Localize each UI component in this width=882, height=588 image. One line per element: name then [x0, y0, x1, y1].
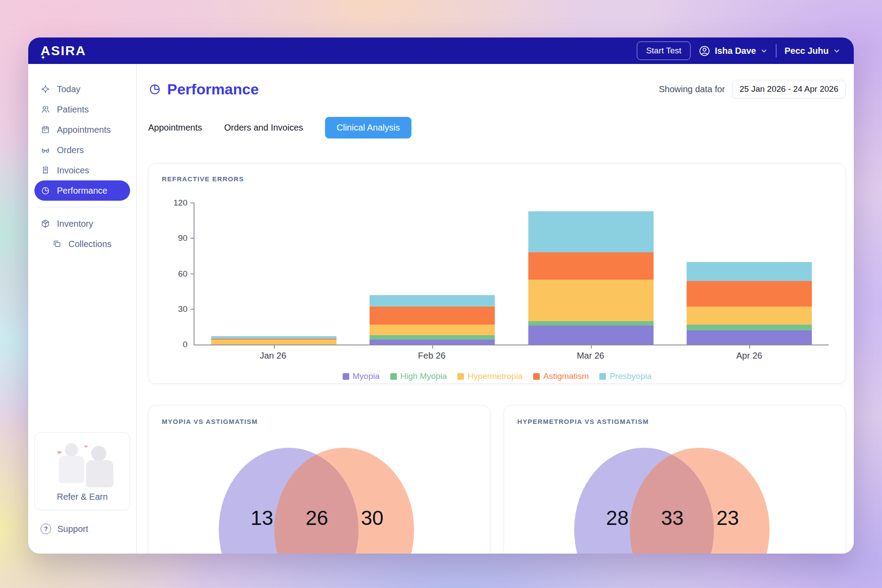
- sidebar-item-label: Today: [57, 84, 80, 94]
- bar-segment: [528, 211, 654, 253]
- x-axis-labels: Jan 26Feb 26Mar 26Apr 26: [194, 351, 829, 361]
- bar-segment: [528, 326, 654, 345]
- sidebar-item-patients[interactable]: Patients: [34, 99, 130, 120]
- bar-segment: [528, 321, 654, 326]
- sidebar-item-performance[interactable]: Performance: [34, 180, 130, 201]
- bar-plot: [194, 203, 829, 345]
- sparkle-icon: [41, 84, 50, 94]
- sidebar-item-support[interactable]: ? Support: [41, 524, 130, 534]
- tab-clinical-analysis[interactable]: Clinical Analysis: [325, 117, 411, 139]
- date-range-picker[interactable]: 25 Jan 2026 - 24 Apr 2026: [732, 80, 846, 98]
- sidebar-item-label: Inventory: [57, 219, 93, 229]
- stacked-bar: [528, 203, 654, 345]
- venn-diagram: 28 33 23: [504, 405, 845, 554]
- stacked-bar: [370, 203, 495, 345]
- bar-segment: [687, 262, 812, 281]
- bar-segment: [370, 325, 495, 335]
- receipt-icon: [41, 165, 50, 175]
- refractive-errors-card: REFRACTIVE ERRORS 0306090120 Jan 26Feb 2…: [148, 163, 846, 384]
- x-tick: [749, 345, 750, 348]
- tab-appointments[interactable]: Appointments: [148, 123, 202, 133]
- help-icon: ?: [41, 524, 51, 534]
- y-tick: [191, 238, 194, 239]
- refractive-errors-chart: 0306090120: [194, 203, 829, 345]
- location-name: Pecc Juhu: [785, 46, 829, 56]
- sidebar-item-orders[interactable]: Orders: [34, 140, 130, 160]
- bar-segment: [687, 330, 812, 345]
- venn-diagram: 13 26 30: [149, 405, 490, 554]
- chevron-down-icon: [833, 47, 841, 55]
- patients-icon: [41, 105, 50, 114]
- bar-segment: [528, 252, 654, 280]
- x-tick-label: Feb 26: [352, 351, 511, 361]
- user-menu[interactable]: Isha Dave: [699, 45, 768, 57]
- sidebar-item-inventory[interactable]: Inventory: [34, 213, 130, 234]
- legend-item: Myopia: [343, 371, 380, 381]
- pie-chart-icon: [148, 82, 161, 96]
- sidebar-item-collections[interactable]: Collections: [46, 234, 130, 254]
- venn-right-value: 23: [716, 506, 739, 530]
- legend-label: High Myopia: [400, 371, 447, 381]
- chart-legend: MyopiaHigh MyopiaHypermetropiaAstigmatis…: [162, 371, 832, 381]
- sidebar-item-label: Invoices: [57, 165, 89, 176]
- start-test-button[interactable]: Start Test: [637, 41, 691, 60]
- y-tick-label: 90: [178, 233, 187, 243]
- venn-card-myopia-astigmatism: MYOPIA VS ASTIGMATISM 13 26 30: [148, 405, 490, 554]
- showing-data-label: Showing data for: [659, 84, 725, 94]
- x-tick: [591, 345, 592, 348]
- x-tick-label: Mar 26: [511, 351, 670, 361]
- collections-icon: [52, 239, 62, 249]
- top-bar: ASIRA ✦ Start Test Isha Dave Pecc Juhu: [28, 37, 854, 64]
- legend-item: High Myopia: [390, 371, 447, 381]
- bar-segment: [370, 307, 495, 324]
- legend-item: Hypermetropia: [457, 371, 523, 381]
- y-tick-label: 120: [173, 198, 187, 208]
- bar-slot: [194, 203, 353, 345]
- legend-label: Presbyopia: [609, 371, 651, 381]
- tab-orders-invoices[interactable]: Orders and Invoices: [224, 123, 303, 133]
- stacked-bar: [687, 203, 812, 345]
- app-window: ASIRA ✦ Start Test Isha Dave Pecc Juhu: [28, 37, 854, 554]
- legend-swatch: [533, 373, 540, 380]
- bar-segment: [370, 335, 495, 340]
- legend-swatch: [599, 373, 606, 380]
- legend-swatch: [390, 373, 397, 380]
- legend-swatch: [343, 373, 349, 380]
- venn-overlap-value: 33: [661, 506, 684, 530]
- user-avatar-icon: [699, 45, 710, 57]
- sidebar-item-today[interactable]: Today: [34, 79, 130, 99]
- legend-item: Astigmatism: [533, 371, 589, 381]
- desktop-background: ASIRA ✦ Start Test Isha Dave Pecc Juhu: [0, 0, 882, 588]
- bar-segment: [528, 280, 654, 321]
- page-title: Performance: [148, 81, 259, 98]
- logo-star-icon: ✦: [41, 55, 46, 60]
- y-tick-label: 30: [178, 304, 187, 314]
- sidebar-divider: [37, 207, 127, 207]
- bar-slot: [512, 203, 670, 345]
- location-menu[interactable]: Pecc Juhu: [785, 46, 841, 56]
- box-icon: [41, 219, 50, 228]
- legend-label: Astigmatism: [543, 371, 589, 381]
- venn-card-hypermetropia-astigmatism: HYPERMETROPIA VS ASTIGMATISM 28 33 23: [504, 405, 846, 554]
- asira-logo: ASIRA ✦: [41, 44, 86, 57]
- bar-segment: [211, 340, 336, 345]
- brand-text: ASIRA: [41, 43, 86, 58]
- user-name: Isha Dave: [715, 46, 756, 56]
- x-tick: [432, 345, 433, 348]
- refer-earn-card[interactable]: ❤ ❤ Refer & Earn: [34, 432, 130, 510]
- sidebar-item-label: Performance: [57, 186, 108, 196]
- x-tick-label: Apr 26: [670, 351, 829, 361]
- venn-left-value: 28: [606, 506, 628, 530]
- sidebar-item-label: Patients: [57, 105, 89, 115]
- tab-bar: Appointments Orders and Invoices Clinica…: [148, 117, 846, 139]
- legend-item: Presbyopia: [599, 371, 651, 381]
- bar-slot: [353, 203, 512, 345]
- sidebar-item-appointments[interactable]: Appointments: [34, 120, 130, 140]
- bar-segment: [687, 281, 812, 307]
- sidebar-item-invoices[interactable]: Invoices: [34, 160, 130, 180]
- bar-segment: [370, 295, 495, 307]
- calendar-icon: [41, 125, 50, 135]
- bar-segment: [687, 325, 812, 330]
- support-label: Support: [57, 524, 88, 534]
- refer-earn-label: Refer & Earn: [39, 492, 125, 502]
